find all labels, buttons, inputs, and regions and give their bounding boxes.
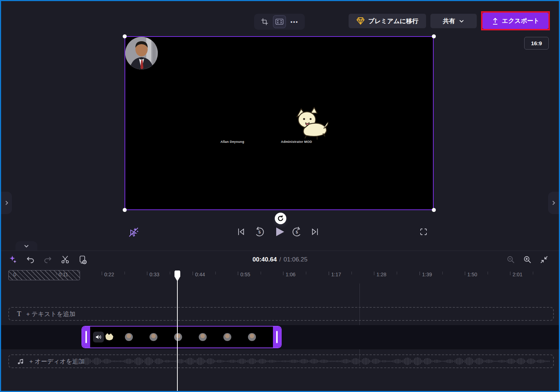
chevron-down-icon	[24, 244, 29, 249]
crop-icon	[261, 18, 269, 26]
add-audio-label: + オーディオを追加	[29, 357, 85, 366]
video-clip[interactable]	[81, 326, 282, 348]
ai-effects-toggle[interactable]	[127, 225, 140, 238]
right-panel-expand-tab[interactable]	[548, 192, 559, 214]
zoom-in-icon	[523, 255, 532, 264]
time-display: 00:40.64 / 01:06.25	[1, 251, 559, 268]
fit-button[interactable]	[273, 16, 286, 28]
clip-thumbnail	[248, 333, 256, 341]
forward-5-icon: 5	[291, 226, 303, 238]
fullscreen-icon	[419, 227, 428, 236]
aspect-ratio-badge[interactable]: 16:9	[524, 37, 549, 50]
chevron-down-icon	[459, 18, 464, 24]
rotate-handle[interactable]	[275, 213, 286, 224]
speaker-icon	[95, 333, 102, 341]
playhead-line[interactable]	[177, 270, 178, 392]
fullscreen-button[interactable]	[418, 227, 429, 237]
resize-handle-bottom-left[interactable]	[123, 208, 127, 212]
clip-audio-button[interactable]	[93, 332, 104, 342]
clip-thumbnail-dog	[105, 333, 113, 340]
resize-handle-top-left[interactable]	[123, 34, 127, 38]
share-label: 共有	[443, 17, 455, 25]
more-options-button[interactable]: •••	[288, 16, 300, 28]
chevron-right-icon	[4, 200, 9, 205]
clip-thumbnail	[125, 333, 133, 341]
upload-icon	[492, 17, 499, 25]
fit-icon	[275, 18, 284, 26]
crop-button[interactable]	[258, 16, 271, 28]
rewind-5-icon: 5	[254, 226, 265, 238]
video-preview[interactable]: Allan Deyoung Administrator MOD	[125, 36, 434, 210]
add-text-label: + テキストを追加	[26, 310, 76, 318]
arrows-inward-icon	[540, 255, 548, 264]
svg-text:5: 5	[258, 230, 260, 234]
clip-trim-handle-right[interactable]	[273, 327, 281, 348]
participant-name: Allan Deyoung	[220, 140, 244, 144]
text-icon: T	[17, 310, 21, 318]
participant-name: Administrator MOD	[281, 140, 312, 144]
resize-handle-bottom-right[interactable]	[432, 208, 436, 212]
timeline-section: 00:40.64 / 01:06.25	[1, 251, 559, 392]
export-button[interactable]: エクスポート	[483, 13, 548, 29]
skip-end-icon	[310, 227, 320, 237]
clip-thumbnail	[174, 333, 182, 341]
fit-timeline-button[interactable]	[539, 255, 549, 264]
export-label: エクスポート	[502, 17, 540, 25]
timeline-collapse-tab[interactable]	[16, 241, 37, 251]
participant-avatar	[125, 37, 158, 69]
add-audio-track[interactable]: + オーディオを追加	[8, 354, 554, 368]
resize-handle-top-right[interactable]	[432, 34, 436, 38]
audio-waveform	[9, 355, 553, 367]
zoom-out-button[interactable]	[506, 255, 515, 264]
skip-to-end-button[interactable]	[310, 227, 320, 237]
magic-cursor-disabled-icon	[128, 226, 139, 238]
participant-avatar-dog	[292, 107, 330, 141]
more-icon: •••	[290, 19, 298, 25]
chevron-right-icon	[551, 200, 556, 205]
rewind-5-button[interactable]: 5	[253, 226, 265, 238]
forward-5-button[interactable]: 5	[291, 226, 303, 238]
upgrade-premium-button[interactable]: プレミアムに移行	[349, 14, 426, 28]
gem-icon	[356, 17, 365, 25]
current-time: 00:40.64	[252, 256, 277, 263]
clip-thumbnail	[150, 333, 157, 341]
rotate-icon	[277, 215, 284, 222]
time-separator: /	[279, 256, 281, 263]
leading-gap-hatch	[8, 270, 80, 280]
skip-start-icon	[236, 227, 246, 237]
canvas-toolbar: •••	[254, 14, 305, 30]
play-button[interactable]	[273, 225, 286, 238]
timeline-ruler[interactable]: 0 0:11 0:22 0:33 0:44 0:55 1:06 1:17 1:2…	[1, 268, 559, 281]
play-icon	[273, 226, 285, 238]
timeline-grid-line	[359, 284, 360, 366]
clip-thumbnail	[223, 333, 231, 341]
timeline-toolbar: 00:40.64 / 01:06.25	[1, 251, 559, 268]
share-button[interactable]: 共有	[430, 14, 477, 28]
upgrade-premium-label: プレミアムに移行	[368, 17, 418, 25]
svg-text:5: 5	[295, 230, 298, 234]
zoom-in-button[interactable]	[523, 255, 532, 264]
annotation-highlight: エクスポート	[481, 11, 550, 30]
video-editor-window: ••• プレミアムに移行 共有 エクスポート	[0, 0, 560, 392]
clip-thumbnail	[199, 333, 207, 341]
total-time: 01:06.25	[283, 256, 307, 263]
left-panel-expand-tab[interactable]	[1, 192, 12, 214]
add-text-track[interactable]: T + テキストを追加	[8, 307, 554, 321]
aspect-ratio-value: 16:9	[531, 40, 542, 46]
skip-to-start-button[interactable]	[236, 227, 246, 237]
clip-trim-handle-left[interactable]	[82, 327, 90, 348]
zoom-out-icon	[506, 255, 515, 264]
music-notes-icon	[17, 358, 24, 365]
